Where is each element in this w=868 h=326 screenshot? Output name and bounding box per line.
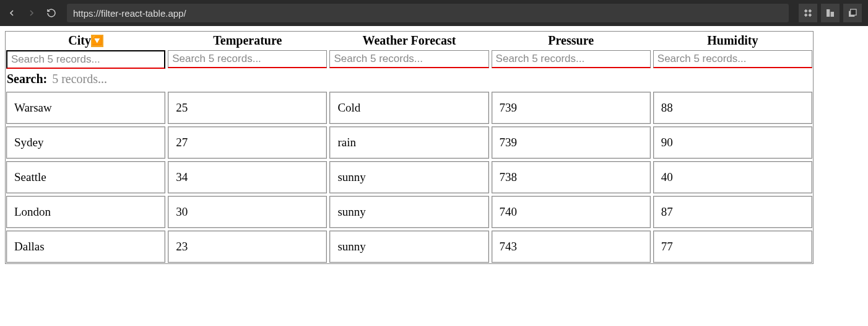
cell-city: London xyxy=(6,196,165,228)
column-header-temperature[interactable]: Temperature xyxy=(168,32,327,69)
column-label-text: Weather Forecast xyxy=(363,33,456,48)
svg-rect-2 xyxy=(804,14,808,17)
cell-pressure: 739 xyxy=(492,92,651,124)
column-header-humidity[interactable]: Humidity xyxy=(653,32,812,69)
svg-rect-5 xyxy=(831,12,834,17)
column-header-forecast[interactable]: Weather Forecast xyxy=(329,32,488,69)
svg-rect-3 xyxy=(809,14,812,17)
url-bar[interactable]: https://filter-react-table.app/ xyxy=(67,4,789,22)
svg-rect-1 xyxy=(809,9,812,13)
table-row: Warsaw 25 Cold 739 88 xyxy=(6,92,812,124)
cell-humidity: 40 xyxy=(653,161,812,193)
column-label: Temperature xyxy=(168,32,327,50)
extension-button-1[interactable] xyxy=(799,4,817,22)
data-table: City 🔽 Temperature Weather Forecast xyxy=(5,31,814,264)
column-header-pressure[interactable]: Pressure xyxy=(492,32,651,69)
back-button[interactable] xyxy=(6,7,17,19)
url-text: https://filter-react-table.app/ xyxy=(73,8,186,19)
cell-pressure: 743 xyxy=(492,231,651,263)
cell-humidity: 77 xyxy=(653,231,812,263)
cell-forecast: sunny xyxy=(329,196,488,228)
cell-forecast: sunny xyxy=(329,161,488,193)
column-filter-humidity[interactable] xyxy=(653,50,812,68)
cell-city: Sydey xyxy=(6,126,165,159)
global-search-input[interactable] xyxy=(52,72,812,86)
table-body: Warsaw 25 Cold 739 88 Sydey 27 rain 739 … xyxy=(6,91,813,263)
cell-pressure: 739 xyxy=(492,126,651,159)
cell-forecast: Cold xyxy=(329,92,488,124)
column-filter-temperature[interactable] xyxy=(168,50,327,68)
extension-button-2[interactable] xyxy=(821,4,840,22)
cell-humidity: 88 xyxy=(653,92,812,124)
cell-humidity: 90 xyxy=(653,126,812,159)
table-header-row: City 🔽 Temperature Weather Forecast xyxy=(6,32,813,69)
cell-forecast: sunny xyxy=(329,231,488,263)
forward-button[interactable] xyxy=(26,7,37,19)
cell-temperature: 27 xyxy=(168,126,327,159)
cell-pressure: 740 xyxy=(492,196,651,228)
column-header-city[interactable]: City 🔽 xyxy=(6,32,165,69)
column-filter-forecast[interactable] xyxy=(329,50,488,68)
extension-button-3[interactable] xyxy=(843,4,862,22)
column-label-text: Temperature xyxy=(213,33,282,48)
cell-humidity: 87 xyxy=(653,196,812,228)
column-label-text: City xyxy=(68,33,91,48)
svg-rect-4 xyxy=(827,9,830,17)
column-label-text: Humidity xyxy=(707,33,758,48)
column-filter-city[interactable] xyxy=(6,50,165,69)
global-search-label: Search: xyxy=(7,72,47,86)
table-row: London 30 sunny 740 87 xyxy=(6,196,812,228)
nav-controls xyxy=(6,7,57,19)
cell-temperature: 23 xyxy=(168,231,327,263)
column-label: Humidity xyxy=(653,32,812,50)
column-label-text: Pressure xyxy=(548,33,594,48)
reload-button[interactable] xyxy=(46,7,57,19)
column-label: City 🔽 xyxy=(6,32,165,50)
cell-pressure: 738 xyxy=(492,161,651,193)
chrome-right-controls xyxy=(799,4,862,22)
global-search-row: Search: xyxy=(6,69,813,91)
page-content: City 🔽 Temperature Weather Forecast xyxy=(0,26,868,269)
svg-rect-0 xyxy=(804,9,808,13)
column-label: Weather Forecast xyxy=(329,32,488,50)
cell-forecast: rain xyxy=(329,126,488,159)
sort-desc-icon[interactable]: 🔽 xyxy=(91,35,103,47)
cell-city: Seattle xyxy=(6,161,165,193)
table-row: Dallas 23 sunny 743 77 xyxy=(6,231,812,263)
svg-rect-7 xyxy=(851,9,856,15)
cell-temperature: 30 xyxy=(168,196,327,228)
cell-temperature: 25 xyxy=(168,92,327,124)
column-filter-pressure[interactable] xyxy=(492,50,651,68)
table-row: Sydey 27 rain 739 90 xyxy=(6,126,812,159)
cell-city: Warsaw xyxy=(6,92,165,124)
cell-temperature: 34 xyxy=(168,161,327,193)
table-row: Seattle 34 sunny 738 40 xyxy=(6,161,812,193)
column-label: Pressure xyxy=(492,32,651,50)
cell-city: Dallas xyxy=(6,231,165,263)
browser-chrome: https://filter-react-table.app/ xyxy=(0,0,868,26)
